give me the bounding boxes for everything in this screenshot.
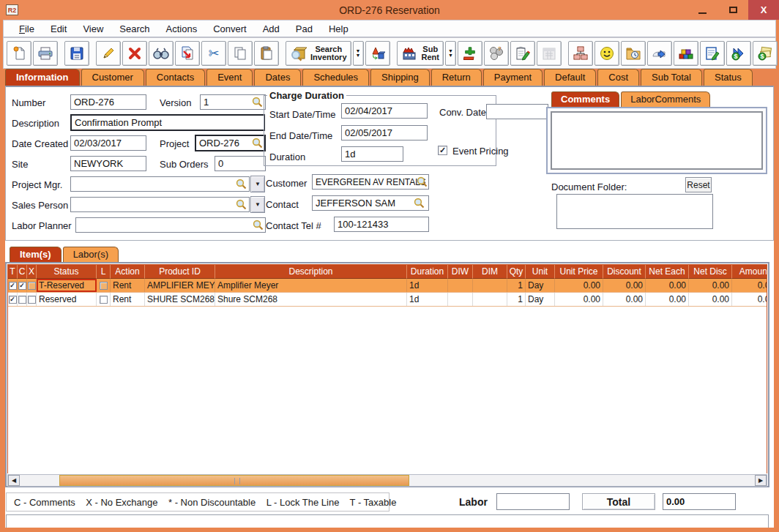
x-checkbox[interactable] <box>28 282 36 290</box>
find-button[interactable] <box>149 41 174 66</box>
sales-person-search-icon[interactable] <box>236 199 247 210</box>
table-row[interactable]: T-ReservedRentAMPLIFIER MEY...Amplifier … <box>8 279 767 293</box>
contact-search-icon[interactable] <box>414 198 425 209</box>
column-header-unit_price[interactable]: Unit Price <box>555 265 603 279</box>
sales-person-dropdown[interactable]: ▼ <box>250 196 265 213</box>
column-header-unit[interactable]: Unit <box>526 265 555 279</box>
column-header-net_each[interactable]: Net Each <box>646 265 689 279</box>
customer-service-button[interactable] <box>594 41 619 66</box>
print-button[interactable] <box>33 41 58 66</box>
end-date-field[interactable] <box>341 125 428 141</box>
cell-dim[interactable] <box>473 279 507 292</box>
reset-button[interactable]: Reset <box>685 177 712 192</box>
cell-unit[interactable]: Day <box>526 279 555 292</box>
cell-status[interactable]: Reserved <box>37 293 97 306</box>
menu-view[interactable]: View <box>75 22 111 36</box>
tab-contacts[interactable]: Contacts <box>146 69 205 86</box>
tab-shipping[interactable]: Shipping <box>370 69 430 86</box>
t-checkbox[interactable] <box>9 282 17 290</box>
cell-discount[interactable]: 0.00 <box>603 279 646 292</box>
scroll-right-arrow[interactable]: ▶ <box>755 475 767 486</box>
column-header-description[interactable]: Description <box>215 265 407 279</box>
history-folder-button[interactable] <box>621 41 646 66</box>
cell-duration[interactable]: 1d <box>407 293 448 306</box>
column-header-amount[interactable]: Amount <box>732 265 767 279</box>
search-inventory-dropdown[interactable]: ▼▼ <box>353 41 364 66</box>
close-button[interactable]: X <box>748 0 779 20</box>
notes-button[interactable] <box>510 41 535 66</box>
availability-button[interactable]: ? <box>484 41 509 66</box>
project-mgr-dropdown[interactable]: ▼ <box>250 176 265 192</box>
cell-unit[interactable]: Day <box>526 293 555 306</box>
cell-net_each[interactable]: 0.00 <box>646 293 689 306</box>
send-key-button[interactable] <box>647 41 672 66</box>
date-created-field[interactable] <box>70 135 146 151</box>
tab-sub-total[interactable]: Sub Total <box>641 69 702 86</box>
c-checkbox[interactable] <box>18 296 26 304</box>
contact-field[interactable] <box>312 195 429 211</box>
cut-button[interactable]: ✂ <box>201 41 226 66</box>
menu-help[interactable]: Help <box>321 22 357 36</box>
project-mgr-search-icon[interactable] <box>236 179 247 190</box>
delete-button[interactable] <box>122 41 147 66</box>
cell-status[interactable]: T-Reserved <box>37 279 97 292</box>
column-header-t[interactable]: T <box>8 265 18 279</box>
column-header-dim[interactable]: DIM <box>473 265 507 279</box>
start-date-field[interactable] <box>341 103 428 119</box>
conv-date-field[interactable] <box>486 104 548 119</box>
horizontal-scrollbar[interactable]: ◀ ▶ <box>7 474 767 487</box>
customer-search-icon[interactable] <box>417 176 428 187</box>
paste-button[interactable] <box>254 41 279 66</box>
total-field[interactable] <box>663 493 736 510</box>
tab-items[interactable]: Item(s) <box>10 247 61 262</box>
tab-return[interactable]: Return <box>431 69 482 86</box>
site-field[interactable] <box>70 156 146 171</box>
sub-rent-button[interactable]: Sub Rent <box>397 41 444 66</box>
save-button[interactable] <box>64 41 89 66</box>
cell-dim[interactable] <box>473 293 507 306</box>
copy-button[interactable] <box>228 41 253 66</box>
cell-action[interactable]: Rent <box>111 279 145 292</box>
menu-actions[interactable]: Actions <box>158 22 206 36</box>
inventory-cubes-button[interactable] <box>674 41 698 66</box>
tab-information[interactable]: Information <box>5 69 80 86</box>
cell-qty[interactable]: 1 <box>507 293 526 306</box>
tab-status[interactable]: Status <box>704 69 753 86</box>
cell-unit_price[interactable]: 0.00 <box>555 293 603 306</box>
tab-labors[interactable]: Labor(s) <box>63 247 119 262</box>
sub-rent-dropdown[interactable]: ▼▼ <box>445 41 456 66</box>
cell-amount[interactable]: 0.00 <box>732 293 767 306</box>
cell-product_id[interactable]: SHURE SCM268 <box>145 293 215 306</box>
labor-planner-field[interactable] <box>75 217 266 233</box>
l-checkbox[interactable] <box>100 296 108 304</box>
tab-dates[interactable]: Dates <box>254 69 301 86</box>
number-field[interactable] <box>70 94 146 110</box>
new-document-button[interactable] <box>7 41 31 66</box>
project-mgr-field[interactable] <box>70 176 250 192</box>
cell-diw[interactable] <box>448 293 473 306</box>
cell-duration[interactable]: 1d <box>407 279 448 292</box>
search-inventory-button[interactable]: Search Inventory <box>286 41 351 66</box>
column-header-product_id[interactable]: Product ID <box>145 265 215 279</box>
labor-planner-search-icon[interactable] <box>253 220 264 231</box>
add-remove-line-button[interactable] <box>458 41 482 66</box>
tab-schedules[interactable]: Schedules <box>302 69 369 86</box>
tab-comments[interactable]: Comments <box>551 91 619 107</box>
cell-net_disc[interactable]: 0.00 <box>689 279 732 292</box>
cell-diw[interactable] <box>448 279 473 292</box>
tab-labor-comments[interactable]: LaborComments <box>621 91 710 107</box>
cell-net_each[interactable]: 0.00 <box>646 279 689 292</box>
cell-unit_price[interactable]: 0.00 <box>555 279 603 292</box>
invoice-button[interactable]: $ <box>753 41 778 66</box>
t-checkbox[interactable] <box>9 296 17 304</box>
billing-forward-button[interactable]: $ <box>726 41 751 66</box>
scroll-left-arrow[interactable]: ◀ <box>8 475 20 486</box>
sales-person-field[interactable] <box>70 197 250 212</box>
menu-file[interactable]: File <box>11 22 42 36</box>
column-header-discount[interactable]: Discount <box>603 265 646 279</box>
org-chart-button[interactable] <box>568 41 593 66</box>
cell-product_id[interactable]: AMPLIFIER MEY... <box>145 279 215 292</box>
tab-customer[interactable]: Customer <box>81 69 144 86</box>
column-header-c[interactable]: C <box>18 265 27 279</box>
scrollbar-thumb[interactable] <box>59 475 409 486</box>
